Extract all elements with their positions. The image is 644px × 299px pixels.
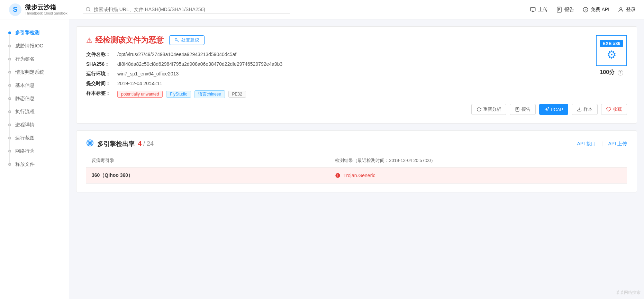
sidebar-item-intel-judge[interactable]: 情报判定系统 [0,66,69,79]
detection-table-header-row: 反病毒引擎 检测结果（最近检测时间：2019-12-04 20:57:00） [86,154,627,167]
time-row: 提交时间： 2019-12-04 20:55:11 [86,81,627,87]
result-cell-container: ! Trojan.Generic [335,173,622,178]
malicious-title: 经检测该文件为恶意 [95,35,164,45]
tag-flystudio[interactable]: FlyStudio [166,91,191,98]
refresh-icon [477,107,481,112]
reanalyze-label: 重新分析 [483,106,501,112]
sha256-label: SHA256： [86,61,117,67]
pcap-label: PCAP [551,107,563,112]
sidebar-label-network-behavior: 网络行为 [15,148,35,154]
tag-potentially-unwanted[interactable]: potentially unwanted [117,91,163,98]
logo-icon: S [8,3,22,17]
tags-row: 样本标签： potentially unwanted FlyStudio 语言c… [86,90,627,98]
logo-english: ThreatBook Cloud Sandbox [25,11,67,15]
sidebar: 多引擎检测 威胁情报IOC 行为签名 情报判定系统 基本信息 静态信息 [0,19,69,299]
sha256-value: df8f48da82c50cf8d62984f795a2d908a06e3847… [117,61,282,67]
detection-header: 多引擎检出率 4 / 24 API 接口 | API 上传 [86,139,627,148]
sidebar-item-basic-info[interactable]: 基本信息 [0,79,69,92]
count-detected: 4 [138,140,142,147]
sidebar-label-exec-flow: 执行流程 [15,109,35,115]
radar-icon [86,139,94,148]
count-total: 24 [147,140,154,147]
engine-header: 反病毒引擎 [86,154,329,167]
sidebar-item-release-file[interactable]: 释放文件 [0,158,69,171]
detection-table-head: 反病毒引擎 检测结果（最近检测时间：2019-12-04 20:57:00） [86,154,627,167]
exe-badge: EXE x86 ⚙ 100分 ? [596,35,627,76]
filename-value: /opt/virus/27/49/27498a104ee4a92943213d5… [117,52,236,57]
sidebar-label-behavior-sig: 行为签名 [15,56,35,62]
reanalyze-button[interactable]: 重新分析 [471,104,506,115]
login-label: 登录 [626,7,636,13]
sidebar-item-multi-engine[interactable]: 多引擎检测 [0,26,69,39]
report-action-icon [515,107,520,112]
tag-language-chinese[interactable]: 语言chinese [194,90,225,98]
key-icon [174,38,179,43]
table-row: 360（Qihoo 360） ! Trojan.Generic [86,167,627,184]
collect-label: 收藏 [613,106,622,112]
login-button[interactable]: 登录 [618,7,636,13]
sidebar-label-process-detail: 进程详情 [15,122,35,128]
engine-cell: 360（Qihoo 360） [86,167,329,184]
api-label: 免费 API [591,7,609,13]
app-header: S 微步云沙箱 ThreatBook Cloud Sandbox 上传 报告 [0,0,644,19]
svg-point-11 [620,8,622,10]
collect-button[interactable]: 收藏 [601,104,627,115]
time-value: 2019-12-04 20:55:11 [117,81,162,86]
detection-count: 4 / 24 [138,140,154,147]
sidebar-item-behavior-sig[interactable]: 行为签名 [0,53,69,66]
detection-table: 反病毒引擎 检测结果（最近检测时间：2019-12-04 20:57:00） 3… [86,154,627,184]
header-actions: 上传 报告 免费 API 登录 [530,7,636,13]
heart-icon [606,107,611,112]
malicious-header: ⚠ 经检测该文件为恶意 处置建议 [86,35,627,45]
api-upload-link[interactable]: API 上传 [608,141,627,147]
action-buttons: 重新分析 报告 PCAP [86,104,627,115]
report-action-button[interactable]: 报告 [510,104,536,115]
sha256-row: SHA256： df8f48da82c50cf8d62984f795a2d908… [86,61,627,67]
report-icon [556,7,562,13]
download-icon [577,107,582,112]
api-link[interactable]: API 接口 [577,141,596,147]
svg-point-20 [89,142,91,144]
svg-point-12 [175,38,177,40]
api-button[interactable]: 免费 API [582,7,609,13]
tag-pe32[interactable]: PE32 [228,91,246,98]
sample-button[interactable]: 样本 [572,104,598,115]
svg-text:S: S [13,6,17,13]
time-label: 提交时间： [86,81,117,87]
search-icon [85,7,91,12]
count-slash: / [143,140,147,147]
logo-chinese: 微步云沙箱 [25,4,67,11]
disposition-label: 处置建议 [181,37,199,43]
report-label: 报告 [564,7,574,13]
sidebar-item-process-detail[interactable]: 进程详情 [0,118,69,132]
sidebar-item-run-screenshot[interactable]: 运行截图 [0,132,69,145]
disposition-button[interactable]: 处置建议 [169,35,205,45]
exe-type-label: EXE x86 [600,40,623,47]
sidebar-item-network-behavior[interactable]: 网络行为 [0,145,69,158]
search-input[interactable] [94,7,288,12]
result-cell-td: ! Trojan.Generic [329,167,627,184]
upload-button[interactable]: 上传 [530,7,548,13]
detection-title-area: 多引擎检出率 4 / 24 [86,139,154,148]
detection-table-body: 360（Qihoo 360） ! Trojan.Generic [86,167,627,184]
sidebar-dot-10 [8,163,11,166]
sidebar-item-static-info[interactable]: 静态信息 [0,92,69,105]
tags-label: 样本标签： [86,90,117,97]
detection-title: 多引擎检出率 [97,140,135,148]
result-header: 检测结果（最近检测时间：2019-12-04 20:57:00） [329,154,627,167]
pcap-button[interactable]: PCAP [539,104,568,115]
sidebar-label-static-info: 静态信息 [15,96,35,102]
upload-icon [530,7,536,13]
file-info-card: EXE x86 ⚙ 100分 ? ⚠ 经检测该文件为恶意 处置建议 [76,26,637,124]
sidebar-item-threat-ioc[interactable]: 威胁情报IOC [0,39,69,53]
detection-card: 多引擎检出率 4 / 24 API 接口 | API 上传 反病毒引擎 [76,130,637,192]
sidebar-label-release-file: 释放文件 [15,161,35,167]
search-bar[interactable] [83,5,290,14]
score-help-icon[interactable]: ? [618,70,623,75]
svg-line-3 [89,10,90,11]
logo-area: S 微步云沙箱 ThreatBook Cloud Sandbox [8,3,67,17]
sidebar-label-basic-info: 基本信息 [15,82,35,89]
report-button[interactable]: 报告 [556,7,574,13]
sidebar-item-exec-flow[interactable]: 执行流程 [0,105,69,118]
sidebar-label-threat-ioc: 威胁情报IOC [15,43,43,49]
